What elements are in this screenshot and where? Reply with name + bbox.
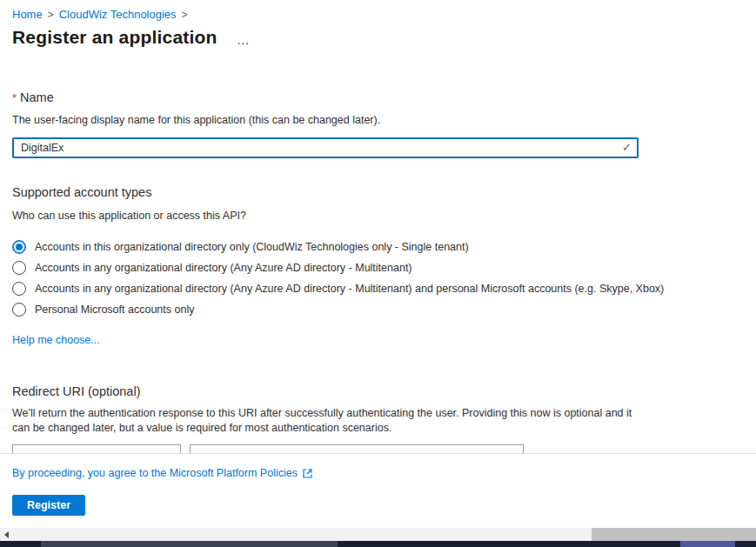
page-header: Register an application … [12, 27, 251, 48]
redirect-uri-input[interactable] [190, 444, 524, 453]
radio-button-icon [12, 261, 26, 275]
horizontal-scrollbar[interactable] [0, 528, 756, 541]
breadcrumb-home-link[interactable]: Home [12, 8, 43, 21]
radio-option-label: Accounts in this organizational director… [35, 241, 469, 253]
policies-agreement: By proceeding, you agree to the Microsof… [12, 467, 313, 479]
bottom-bar-segment [41, 541, 338, 547]
name-field-description: The user-facing display name for this ap… [12, 114, 380, 126]
breadcrumb: Home > CloudWiz Technologies > [12, 8, 188, 21]
radio-option-single-tenant[interactable]: Accounts in this organizational director… [12, 237, 664, 257]
radio-button-icon [12, 282, 26, 296]
redirect-uri-heading: Redirect URI (optional) [12, 384, 140, 398]
external-link-icon [302, 468, 313, 479]
account-type-radio-group: Accounts in this organizational director… [12, 237, 664, 320]
name-label-text: Name [20, 90, 54, 104]
platform-policies-link[interactable]: By proceeding, you agree to the Microsof… [12, 467, 298, 479]
required-asterisk: * [12, 91, 17, 104]
register-button[interactable]: Register [12, 495, 85, 516]
bottom-edge-bar [0, 541, 756, 547]
breadcrumb-separator: > [48, 9, 54, 21]
application-name-input[interactable] [12, 137, 639, 158]
radio-option-multitenant[interactable]: Accounts in any organizational directory… [12, 257, 664, 278]
account-types-question: Who can use this application or access t… [12, 210, 246, 222]
more-options-icon[interactable]: … [237, 29, 251, 47]
radio-option-label: Accounts in any organizational directory… [35, 283, 664, 295]
footer-divider [0, 453, 756, 454]
help-me-choose-link[interactable]: Help me choose... [12, 334, 100, 346]
radio-button-icon [12, 303, 26, 317]
page-title: Register an application [12, 27, 217, 48]
radio-option-personal-only[interactable]: Personal Microsoft accounts only [12, 299, 664, 320]
radio-option-multitenant-personal[interactable]: Accounts in any organizational directory… [12, 278, 664, 299]
radio-option-label: Personal Microsoft accounts only [35, 304, 194, 316]
scrollbar-left-arrow-icon[interactable] [0, 528, 13, 541]
supported-account-types-heading: Supported account types [12, 185, 151, 199]
name-field-label: *Name [12, 90, 54, 104]
radio-button-icon [12, 240, 26, 254]
redirect-uri-platform-select[interactable] [12, 444, 181, 453]
bottom-bar-segment [680, 541, 735, 547]
radio-option-label: Accounts in any organizational directory… [35, 262, 412, 274]
name-input-wrapper: ✓ [12, 137, 639, 158]
redirect-uri-description: We'll return the authentication response… [12, 406, 644, 435]
scrollbar-thumb[interactable] [592, 528, 756, 541]
breadcrumb-cloudwiz-link[interactable]: CloudWiz Technologies [59, 8, 177, 21]
breadcrumb-separator: > [182, 9, 188, 21]
